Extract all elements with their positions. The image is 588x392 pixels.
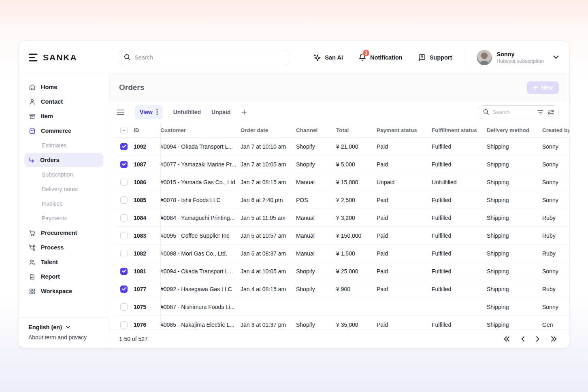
- user-menu[interactable]: Sonny Hubspot subscription: [477, 50, 559, 65]
- row-checkbox[interactable]: [120, 285, 128, 293]
- sidebar-item-invoices[interactable]: Invoices: [19, 196, 109, 211]
- sidebar-item-label: Home: [41, 84, 57, 90]
- sidebar-item-label: Process: [41, 244, 64, 251]
- cell-customer: #0095 - Coffee Supplier Inc: [160, 232, 241, 239]
- row-checkbox[interactable]: [120, 303, 128, 311]
- row-checkbox[interactable]: [120, 161, 128, 168]
- cell-id: 1092: [134, 143, 160, 150]
- language-selector[interactable]: English (en): [28, 324, 99, 330]
- global-search[interactable]: [119, 50, 289, 65]
- column-header[interactable]: Customer: [160, 127, 241, 133]
- column-header[interactable]: Channel: [296, 127, 336, 133]
- row-checkbox[interactable]: [120, 214, 128, 222]
- notification-button[interactable]: 3 Notification: [358, 53, 403, 62]
- contact-icon: [28, 98, 36, 105]
- table-row[interactable]: 1081#0094 - Okada Transport L...Jan 4 at…: [116, 262, 569, 280]
- first-page-icon[interactable]: [503, 336, 510, 342]
- row-checkbox[interactable]: [120, 321, 128, 328]
- sidebar-item-procurement[interactable]: Procurement: [19, 226, 109, 240]
- table-row[interactable]: 1092#0094 - Okada Transport L...Jan 7 at…: [116, 138, 569, 156]
- row-checkbox[interactable]: [120, 232, 128, 239]
- cell-created-by: Ruby: [542, 215, 569, 221]
- sidebar-item-process[interactable]: Process: [19, 240, 109, 255]
- table-row[interactable]: 1085#0078 - Ishii Foods LLCJan 6 at 2:40…: [116, 191, 569, 209]
- select-all-checkbox[interactable]: –: [120, 127, 128, 134]
- sidebar-item-commerce[interactable]: Commerce: [19, 124, 109, 138]
- cell-payment-status: Unpaid: [377, 179, 432, 185]
- sliders-icon[interactable]: [548, 109, 554, 115]
- support-button[interactable]: Support: [418, 53, 452, 62]
- orders-table: –IDCustomerOrder dateChannelTotalPayment…: [116, 123, 569, 329]
- table-row[interactable]: 1087#0077 - Yamazaki Marine Pr...Jan 7 a…: [116, 156, 569, 173]
- tab-unpaid[interactable]: Unpaid: [211, 109, 230, 115]
- cell-total: ¥ 15,000: [336, 179, 377, 185]
- table-toolbar: View Unfulfilled Unpaid: [109, 101, 569, 123]
- tab-unfulfilled[interactable]: Unfulfilled: [173, 109, 201, 115]
- cell-channel: Shopify: [296, 143, 336, 150]
- column-header[interactable]: Fulfillment status: [432, 127, 487, 133]
- filter-icon[interactable]: [537, 110, 543, 115]
- row-checkbox[interactable]: [120, 143, 128, 150]
- sidebar-item-workspace[interactable]: Workspace: [19, 284, 109, 298]
- column-header[interactable]: Payment status: [377, 127, 432, 133]
- row-checkbox-cell: [116, 321, 134, 328]
- table-row[interactable]: 1082#0088 - Mori Gas Co., Ltd.Jan 5 at 0…: [116, 245, 569, 262]
- menu-icon[interactable]: [117, 109, 124, 115]
- table-row[interactable]: 1077#0092 - Hasegawa Gas LLCJan 4 at 08:…: [116, 280, 569, 298]
- cell-created-by: Gen: [542, 322, 569, 328]
- table-search-input[interactable]: [492, 109, 527, 115]
- row-checkbox[interactable]: [120, 196, 128, 204]
- global-search-input[interactable]: [134, 54, 284, 61]
- tab-view[interactable]: View: [135, 105, 163, 119]
- row-checkbox-cell: [116, 285, 134, 293]
- sidebar-item-orders[interactable]: Orders: [24, 153, 103, 167]
- column-header[interactable]: Delivery method: [487, 127, 542, 133]
- row-checkbox[interactable]: [120, 179, 128, 186]
- table-row[interactable]: 1086#0015 - Yamada Gas Co., Ltd.Jan 7 at…: [116, 173, 569, 191]
- cell-total: ¥ 5,000: [336, 161, 377, 168]
- san-ai-button[interactable]: San AI: [313, 53, 343, 62]
- table-row[interactable]: 1083#0095 - Coffee Supplier IncJan 5 at …: [116, 227, 569, 245]
- sidebar-item-subscription[interactable]: Subscription: [19, 167, 109, 182]
- logo[interactable]: SANKA: [28, 53, 119, 62]
- cell-delivery-method: Shipping: [487, 268, 542, 275]
- column-header[interactable]: Created by: [542, 127, 569, 133]
- about-link[interactable]: About term and privacy: [28, 334, 99, 341]
- sidebar-item-label: Orders: [40, 157, 60, 163]
- main-panel: Orders New View Unfulfilled Unpaid: [109, 74, 569, 348]
- sidebar-item-talent[interactable]: Talent: [19, 255, 109, 269]
- cell-customer: #0088 - Mori Gas Co., Ltd.: [160, 250, 241, 257]
- next-page-icon[interactable]: [536, 336, 540, 342]
- table-row[interactable]: 1075#0087 - Nishimura Foods Li...Shippin…: [116, 298, 569, 316]
- cell-payment-status: Paid: [377, 197, 432, 203]
- sidebar-item-item[interactable]: Item: [19, 109, 109, 124]
- cell-channel: Manual: [296, 179, 336, 185]
- sidebar-item-contact[interactable]: Contact: [19, 94, 109, 109]
- table-row[interactable]: 1084#0084 - Yamaguchi Printing...Jan 5 a…: [116, 209, 569, 227]
- logo-text: SANKA: [43, 53, 77, 62]
- row-checkbox[interactable]: [120, 268, 128, 275]
- add-tab-icon[interactable]: [241, 109, 247, 115]
- column-header[interactable]: Order date: [241, 127, 296, 133]
- last-page-icon[interactable]: [551, 336, 557, 342]
- cell-created-by: Ruby: [542, 286, 569, 292]
- sidebar-item-payments[interactable]: Payments: [19, 211, 109, 226]
- column-header[interactable]: ID: [134, 127, 160, 133]
- header-checkbox-cell: –: [116, 127, 134, 134]
- new-button[interactable]: New: [527, 81, 559, 94]
- home-icon: [28, 84, 36, 91]
- sidebar-item-report[interactable]: Report: [19, 269, 109, 284]
- sidebar-footer: English (en) About term and privacy: [19, 317, 109, 348]
- cell-id: 1077: [134, 286, 160, 292]
- row-checkbox-cell: [116, 161, 134, 168]
- column-header[interactable]: Total: [336, 127, 377, 133]
- row-checkbox[interactable]: [120, 250, 128, 257]
- sidebar-item-delivery-notes[interactable]: Delivery notes: [19, 182, 109, 196]
- cell-payment-status: Paid: [377, 161, 432, 168]
- table-row[interactable]: 1076#0085 - Nakajima Electric L...Jan 3 …: [116, 316, 569, 329]
- prev-page-icon[interactable]: [521, 336, 525, 342]
- table-search[interactable]: [479, 105, 559, 119]
- notification-label: Notification: [370, 54, 403, 61]
- sidebar-item-estimates[interactable]: Estimates: [19, 138, 109, 153]
- sidebar-item-home[interactable]: Home: [19, 80, 109, 94]
